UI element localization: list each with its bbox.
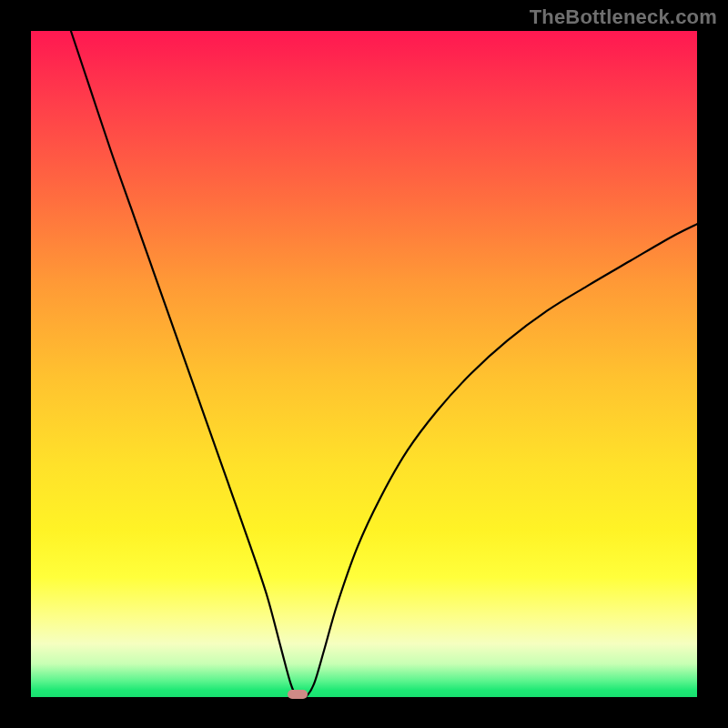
bottleneck-curve <box>71 31 699 699</box>
curve-svg <box>31 31 697 697</box>
minimum-marker <box>288 690 308 699</box>
chart-frame: TheBottleneck.com <box>0 0 728 728</box>
watermark-text: TheBottleneck.com <box>530 5 717 29</box>
plot-area <box>31 31 697 697</box>
